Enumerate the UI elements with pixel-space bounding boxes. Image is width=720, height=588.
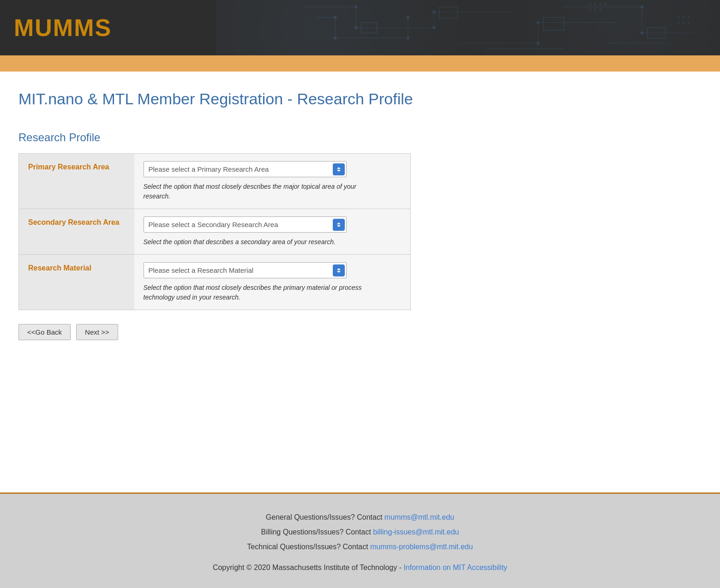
primary-research-select[interactable]: Please select a Primary Research Area (144, 161, 347, 177)
svg-point-44 (683, 21, 685, 24)
svg-point-45 (688, 21, 690, 24)
svg-point-18 (354, 26, 358, 30)
header-circuit-decoration (252, 0, 720, 55)
svg-point-34 (594, 3, 596, 6)
general-contact-text: General Questions/Issues? Contact (266, 513, 384, 521)
svg-point-33 (589, 3, 591, 6)
svg-point-28 (334, 36, 337, 40)
next-button[interactable]: Next >> (76, 324, 118, 340)
primary-research-select-wrapper: Please select a Primary Research Area (144, 161, 347, 177)
billing-contact-line: Billing Questions/Issues? Contact billin… (18, 525, 702, 540)
svg-point-39 (600, 8, 602, 11)
svg-point-37 (589, 8, 591, 11)
research-material-select-wrapper: Please select a Research Material (144, 262, 347, 278)
secondary-research-label: Secondary Research Area (19, 209, 134, 255)
svg-point-42 (688, 16, 690, 18)
copyright-text: Copyright © 2020 Massachusetts Institute… (213, 564, 404, 571)
main-content: MIT.nano & MTL Member Registration - Res… (0, 72, 720, 492)
research-material-input-cell: Please select a Research Material Select… (134, 255, 411, 310)
svg-point-21 (407, 36, 410, 40)
svg-point-17 (354, 6, 358, 9)
svg-point-19 (432, 26, 436, 30)
research-material-row: Research Material Please select a Resear… (19, 255, 411, 310)
accessibility-link[interactable]: Information on MIT Accessibility (403, 564, 507, 571)
svg-rect-31 (543, 17, 564, 30)
svg-point-40 (678, 16, 680, 18)
svg-rect-30 (439, 7, 457, 18)
svg-point-26 (641, 31, 644, 35)
svg-point-43 (678, 21, 680, 24)
billing-contact-link[interactable]: billing-issues@mtl.mit.edu (373, 528, 459, 536)
research-material-select[interactable]: Please select a Research Material (144, 262, 347, 278)
go-back-button[interactable]: <<Go Back (18, 324, 71, 340)
secondary-research-row: Secondary Research Area Please select a … (19, 209, 411, 255)
orange-banner (0, 55, 720, 72)
technical-contact-text: Technical Questions/Issues? Contact (247, 543, 370, 551)
svg-point-22 (407, 16, 410, 19)
footer-copyright-line: Copyright © 2020 Massachusetts Institute… (18, 564, 702, 572)
section-title: Research Profile (18, 131, 702, 144)
page-title: MIT.nano & MTL Member Registration - Res… (18, 90, 702, 108)
research-profile-table: Primary Research Area Please select a Pr… (18, 153, 411, 310)
header: MUMMS (0, 0, 720, 55)
logo: MUMMS (14, 14, 112, 42)
svg-point-20 (432, 11, 436, 14)
svg-point-27 (334, 16, 337, 19)
svg-point-38 (594, 8, 596, 11)
primary-research-row: Primary Research Area Please select a Pr… (19, 154, 411, 209)
button-row: <<Go Back Next >> (18, 324, 702, 340)
svg-point-25 (641, 6, 644, 9)
footer-contact-info: General Questions/Issues? Contact mumms@… (18, 510, 702, 554)
general-contact-link[interactable]: mumms@mtl.mit.edu (384, 513, 454, 521)
technical-contact-link[interactable]: mumms-problems@mtl.mit.edu (370, 543, 473, 551)
primary-research-label: Primary Research Area (19, 154, 134, 209)
primary-research-hint: Select the option that most closely desc… (144, 182, 374, 201)
general-contact-line: General Questions/Issues? Contact mumms@… (18, 510, 702, 525)
secondary-research-select-wrapper: Please select a Secondary Research Area (144, 216, 347, 233)
svg-point-41 (683, 16, 685, 18)
technical-contact-line: Technical Questions/Issues? Contact mumm… (18, 540, 702, 554)
primary-research-input-cell: Please select a Primary Research Area Se… (134, 154, 411, 209)
research-material-label: Research Material (19, 255, 134, 310)
billing-contact-text: Billing Questions/Issues? Contact (261, 528, 373, 536)
svg-point-35 (600, 3, 602, 6)
secondary-research-select[interactable]: Please select a Secondary Research Area (144, 216, 347, 233)
secondary-research-input-cell: Please select a Secondary Research Area … (134, 209, 411, 255)
svg-point-36 (605, 3, 607, 6)
footer: General Questions/Issues? Contact mumms@… (0, 492, 720, 588)
research-material-hint: Select the option that most closely desc… (144, 283, 374, 302)
secondary-research-hint: Select the option that describes a secon… (144, 237, 374, 247)
svg-point-24 (536, 21, 540, 24)
svg-point-23 (536, 42, 540, 45)
